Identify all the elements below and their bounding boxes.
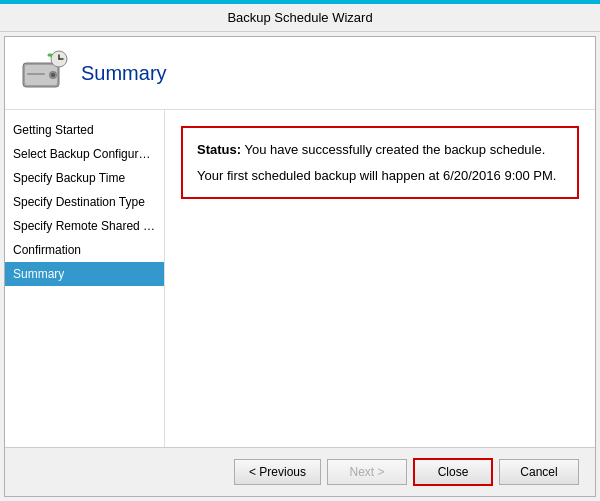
header-title: Summary: [81, 62, 167, 85]
title-bar-label: Backup Schedule Wizard: [227, 10, 372, 25]
dialog-body: Getting Started Select Backup Configurat…: [5, 110, 595, 447]
status-line-2: Your first scheduled backup will happen …: [197, 166, 563, 186]
dialog-header: Summary: [5, 37, 595, 110]
status-text-1: You have successfully created the backup…: [244, 142, 545, 157]
sidebar-item-remote-shared[interactable]: Specify Remote Shared F...: [5, 214, 164, 238]
sidebar: Getting Started Select Backup Configurat…: [5, 110, 165, 447]
sidebar-item-summary[interactable]: Summary: [5, 262, 164, 286]
svg-rect-4: [27, 73, 45, 75]
status-text-2: Your first scheduled backup will happen …: [197, 168, 556, 183]
next-button[interactable]: Next >: [327, 459, 407, 485]
status-box: Status: You have successfully created th…: [181, 126, 579, 199]
status-line-1: Status: You have successfully created th…: [197, 140, 563, 160]
content-area: Status: You have successfully created th…: [165, 110, 595, 447]
close-button[interactable]: Close: [413, 458, 493, 486]
sidebar-item-confirmation[interactable]: Confirmation: [5, 238, 164, 262]
dialog: Summary Getting Started Select Backup Co…: [4, 36, 596, 497]
sidebar-item-select-backup[interactable]: Select Backup Configurat...: [5, 142, 164, 166]
svg-point-3: [51, 73, 55, 77]
sidebar-item-destination-type[interactable]: Specify Destination Type: [5, 190, 164, 214]
cancel-button[interactable]: Cancel: [499, 459, 579, 485]
dialog-footer: < Previous Next > Close Cancel: [5, 447, 595, 496]
sidebar-item-getting-started[interactable]: Getting Started: [5, 118, 164, 142]
backup-schedule-icon: [21, 49, 69, 97]
previous-button[interactable]: < Previous: [234, 459, 321, 485]
status-label: Status:: [197, 142, 241, 157]
sidebar-item-specify-time[interactable]: Specify Backup Time: [5, 166, 164, 190]
title-bar: Backup Schedule Wizard: [0, 4, 600, 32]
